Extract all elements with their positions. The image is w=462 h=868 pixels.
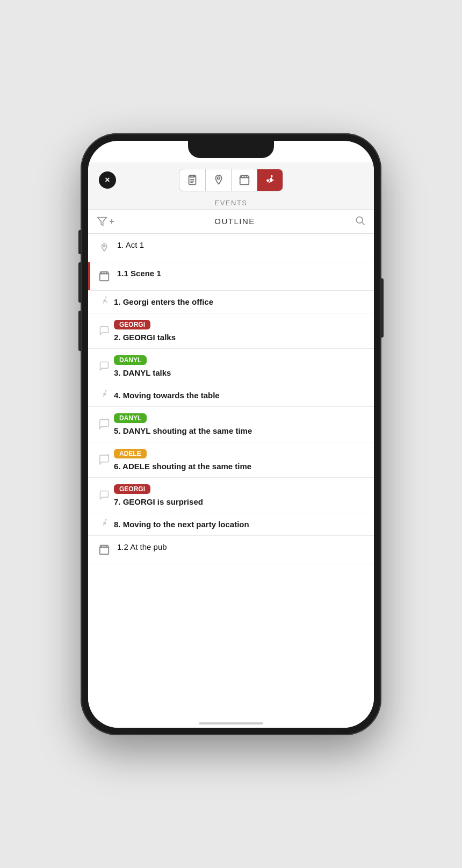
- act-icon-container: [97, 240, 112, 255]
- event6-icon: [97, 452, 112, 467]
- event6-item[interactable]: ADELE 6. ADELE shouting at the same time: [88, 442, 374, 478]
- clapperboard-scene-icon: [98, 270, 110, 282]
- run-icon-4: [98, 389, 110, 401]
- svg-line-29: [106, 545, 107, 547]
- event5-label: 5. DANYL shouting at the same time: [114, 426, 365, 435]
- scene2-item[interactable]: 1.2 At the pub: [88, 536, 374, 564]
- event1-label: 1. Georgi enters the office: [114, 297, 365, 306]
- event2-item[interactable]: GEORGI 2. GEORGI talks: [88, 313, 374, 349]
- chat-icon-2: [99, 325, 110, 336]
- scene2-label: 1.2 At the pub: [117, 542, 365, 551]
- svg-line-17: [362, 222, 365, 225]
- danyl-badge-1: DANYL: [114, 355, 147, 365]
- event2-label: 2. GEORGI talks: [114, 333, 365, 342]
- event6-label: 6. ADELE shouting at the same time: [114, 462, 365, 471]
- tab-bar: [179, 169, 283, 191]
- chat-icon-7: [99, 490, 110, 500]
- events-label: EVENTS: [88, 196, 374, 209]
- location-pin-icon: [213, 174, 225, 186]
- event3-content: DANYL 3. DANYL talks: [114, 355, 365, 377]
- event3-item[interactable]: DANYL 3. DANYL talks: [88, 349, 374, 384]
- close-button[interactable]: ×: [99, 171, 116, 189]
- scene1-item[interactable]: 1.1 Scene 1: [88, 262, 374, 291]
- svg-rect-26: [100, 547, 109, 554]
- svg-point-12: [270, 175, 272, 177]
- scene2-content: 1.2 At the pub: [117, 542, 365, 551]
- event5-item[interactable]: DANYL 5. DANYL shouting at the same time: [88, 407, 374, 442]
- location-tab[interactable]: [205, 169, 231, 191]
- event1-content: 1. Georgi enters the office: [114, 297, 365, 306]
- svg-rect-19: [100, 274, 109, 281]
- event8-label: 8. Moving to the next party location: [114, 520, 365, 529]
- event4-label: 4. Moving towards the table: [114, 391, 365, 400]
- event7-icon: [97, 487, 112, 503]
- phone-frame: ×: [81, 133, 381, 735]
- event2-content: GEORGI 2. GEORGI talks: [114, 320, 365, 342]
- search-icon: [355, 215, 365, 226]
- outline-list: 1. Act 1: [88, 234, 374, 723]
- mute-button[interactable]: [78, 230, 81, 254]
- event5-content: DANYL 5. DANYL shouting at the same time: [114, 413, 365, 435]
- event4-content: 4. Moving towards the table: [114, 391, 365, 400]
- act1-label: 1. Act 1: [117, 240, 365, 249]
- notes-tab[interactable]: [179, 169, 205, 191]
- svg-marker-13: [98, 217, 107, 225]
- event3-icon: [97, 358, 112, 374]
- georgi-badge-2: GEORGI: [114, 484, 150, 494]
- event7-label: 7. GEORGI is surprised: [114, 497, 365, 506]
- filter-add-icon: [109, 218, 115, 225]
- events-tab[interactable]: [257, 169, 283, 191]
- event4-item[interactable]: 4. Moving towards the table: [88, 384, 374, 407]
- notch: [188, 141, 274, 158]
- act1-content: 1. Act 1: [117, 240, 365, 249]
- scroll-bar: [199, 722, 263, 724]
- svg-point-23: [105, 297, 106, 298]
- volume-down-button[interactable]: [78, 311, 81, 351]
- event2-icon: [97, 323, 112, 338]
- event8-item[interactable]: 8. Moving to the next party location: [88, 513, 374, 536]
- filter-button[interactable]: [97, 216, 115, 227]
- event3-label: 3. DANYL talks: [114, 368, 365, 377]
- svg-rect-8: [240, 177, 249, 184]
- list-item[interactable]: 1. Act 1: [88, 234, 374, 262]
- scene-tab[interactable]: [231, 169, 257, 191]
- event8-content: 8. Moving to the next party location: [114, 520, 365, 529]
- scene1-content: 1.1 Scene 1: [117, 269, 365, 278]
- svg-line-10: [244, 175, 244, 177]
- scene-icon-container: [97, 269, 112, 284]
- running-figure-icon: [264, 174, 276, 186]
- run-icon-8: [98, 518, 110, 530]
- adele-badge: ADELE: [114, 449, 147, 458]
- event1-item[interactable]: 1. Georgi enters the office: [88, 291, 374, 313]
- simultaneous-chat-icon-6: [98, 454, 110, 465]
- active-bar: [88, 262, 90, 290]
- event7-item[interactable]: GEORGI 7. GEORGI is surprised: [88, 478, 374, 513]
- svg-point-7: [217, 177, 220, 180]
- svg-point-18: [104, 245, 105, 247]
- svg-line-11: [246, 175, 247, 177]
- event5-icon: [97, 417, 112, 432]
- phone-screen: ×: [88, 141, 374, 728]
- svg-line-9: [241, 175, 242, 177]
- clapperboard-scene2-icon: [98, 544, 110, 556]
- event1-icon: [97, 294, 112, 309]
- svg-point-24: [105, 390, 106, 392]
- toolbar: ×: [88, 162, 374, 196]
- event6-content: ADELE 6. ADELE shouting at the same time: [114, 449, 365, 471]
- outline-title: OUTLINE: [115, 217, 355, 226]
- svg-line-22: [106, 271, 107, 274]
- event7-content: GEORGI 7. GEORGI is surprised: [114, 484, 365, 506]
- power-button[interactable]: [381, 278, 384, 338]
- svg-line-27: [102, 545, 102, 547]
- svg-point-25: [105, 519, 106, 521]
- svg-line-28: [104, 545, 104, 547]
- svg-point-16: [356, 217, 363, 223]
- scroll-indicator: [88, 723, 374, 728]
- volume-up-button[interactable]: [78, 262, 81, 303]
- georgi-badge-1: GEORGI: [114, 320, 150, 329]
- chat-icon-3: [99, 361, 110, 371]
- clipboard-icon: [186, 174, 198, 186]
- scene2-icon-container: [97, 542, 112, 557]
- search-button[interactable]: [355, 215, 365, 228]
- run-icon-1: [98, 296, 110, 307]
